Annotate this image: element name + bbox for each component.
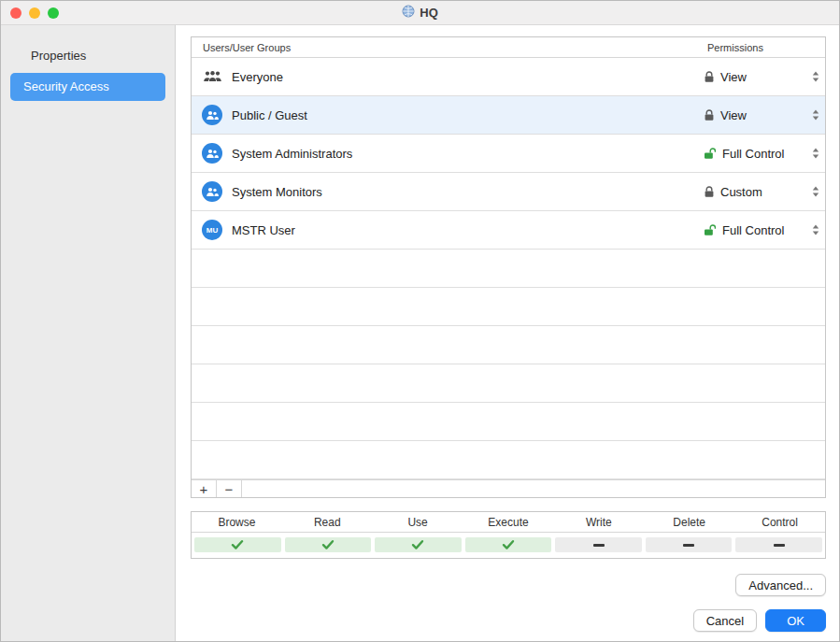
ok-button[interactable]: OK <box>765 609 826 632</box>
check-icon <box>411 539 424 550</box>
window-title: HQ <box>420 6 438 20</box>
column-header-permissions: Permissions <box>704 42 825 53</box>
user-group-name: Everyone <box>232 70 283 84</box>
cancel-button[interactable]: Cancel <box>693 609 757 632</box>
table-row[interactable]: Everyone View <box>192 58 825 96</box>
permission-denied-cell <box>735 537 822 552</box>
minimize-window-button[interactable] <box>29 7 40 19</box>
permission-granted-cell <box>465 537 552 552</box>
main-area: Properties Security Access Users/User Gr… <box>1 25 839 641</box>
permission-granted-cell <box>194 537 281 552</box>
permission-popup[interactable]: Full Control <box>704 147 825 161</box>
chevron-updown-icon <box>812 109 819 121</box>
user-group-name: System Monitors <box>232 185 322 199</box>
permissions-summary-values <box>192 533 825 558</box>
user-group-name: MSTR User <box>232 223 295 237</box>
user-group-icon <box>202 181 222 202</box>
dash-icon <box>774 544 785 547</box>
check-icon <box>231 539 244 550</box>
table-row[interactable]: Public / Guest View <box>192 96 825 135</box>
permission-label: View <box>720 70 747 84</box>
user-group-icon <box>202 105 222 125</box>
column-header-execute: Execute <box>463 516 554 529</box>
advanced-button[interactable]: Advanced... <box>735 574 826 596</box>
user-group-cell: MU MSTR User <box>192 220 704 240</box>
chevron-updown-icon <box>812 71 819 82</box>
close-window-button[interactable] <box>10 7 21 19</box>
everyone-group-icon <box>202 71 222 82</box>
chevron-updown-icon <box>812 186 819 197</box>
user-group-cell: Public / Guest <box>192 105 704 125</box>
toolbar-spacer <box>242 480 825 497</box>
sidebar-item-security-access[interactable]: Security Access <box>10 73 165 101</box>
permission-label: Full Control <box>722 147 784 161</box>
user-group-cell: System Administrators <box>192 143 704 164</box>
user-group-cell: Everyone <box>192 70 704 84</box>
column-header-read: Read <box>282 516 373 529</box>
permission-granted-cell <box>375 537 462 552</box>
check-icon <box>321 539 335 550</box>
add-user-button[interactable]: + <box>192 480 217 497</box>
permission-popup[interactable]: View <box>704 108 825 122</box>
user-initials-icon: MU <box>202 220 222 240</box>
empty-row <box>192 250 825 288</box>
table-row[interactable]: MU MSTR User Full Control <box>192 211 825 250</box>
sidebar-item-properties[interactable]: Properties <box>1 42 175 70</box>
table-header: Users/User Groups Permissions <box>192 37 825 58</box>
column-header-use: Use <box>373 516 463 529</box>
lock-open-icon <box>704 148 717 160</box>
table-body: Everyone View <box>192 58 825 479</box>
permission-popup[interactable]: Full Control <box>704 223 825 237</box>
permission-label: View <box>720 108 747 122</box>
title-group: HQ <box>402 5 438 21</box>
user-group-name: Public / Guest <box>232 108 307 122</box>
check-icon <box>502 539 515 550</box>
permission-popup[interactable]: View <box>704 70 825 84</box>
empty-row <box>192 441 825 479</box>
dialog-actions: Cancel OK <box>693 609 826 632</box>
titlebar: HQ <box>1 1 839 25</box>
column-header-browse: Browse <box>192 516 282 529</box>
dash-icon <box>593 544 605 547</box>
chevron-updown-icon <box>812 148 819 159</box>
user-group-icon <box>202 143 222 164</box>
chevron-updown-icon <box>812 224 819 235</box>
lock-closed-icon <box>704 71 715 83</box>
globe-icon <box>402 5 415 21</box>
permission-denied-cell <box>646 537 733 552</box>
sidebar: Properties Security Access <box>1 25 176 641</box>
permission-granted-cell <box>285 537 372 552</box>
user-group-name: System Administrators <box>232 147 352 161</box>
empty-row <box>192 326 825 364</box>
permission-label: Custom <box>720 185 762 199</box>
permissions-summary-header: Browse Read Use Execute Write Delete Con… <box>192 512 825 533</box>
column-header-users: Users/User Groups <box>192 42 704 53</box>
advanced-row: Advanced... <box>191 574 826 596</box>
permissions-summary-table: Browse Read Use Execute Write Delete Con… <box>191 511 826 559</box>
table-row[interactable]: System Monitors Custom <box>192 173 825 211</box>
user-initials: MU <box>206 226 218 235</box>
permission-denied-cell <box>555 537 642 552</box>
empty-row <box>192 403 825 441</box>
security-access-panel: Users/User Groups Permissions <box>176 25 839 641</box>
window-controls <box>10 1 59 24</box>
permission-popup[interactable]: Custom <box>704 185 825 199</box>
permission-label: Full Control <box>722 223 784 237</box>
table-footer-toolbar: + − <box>192 479 825 497</box>
column-header-delete: Delete <box>644 516 734 529</box>
column-header-control: Control <box>734 516 825 529</box>
dash-icon <box>683 544 694 547</box>
table-row[interactable]: System Administrators Full Control <box>192 135 825 173</box>
lock-open-icon <box>704 224 717 236</box>
users-permissions-table: Users/User Groups Permissions <box>191 36 826 498</box>
column-header-write: Write <box>553 516 644 529</box>
zoom-window-button[interactable] <box>48 7 59 19</box>
lock-closed-icon <box>704 186 715 198</box>
lock-closed-icon <box>704 109 715 121</box>
empty-row <box>192 364 825 403</box>
remove-user-button[interactable]: − <box>217 480 242 497</box>
user-group-cell: System Monitors <box>192 181 704 202</box>
dialog-window: HQ Properties Security Access Users/User… <box>0 0 840 642</box>
empty-row <box>192 288 825 326</box>
